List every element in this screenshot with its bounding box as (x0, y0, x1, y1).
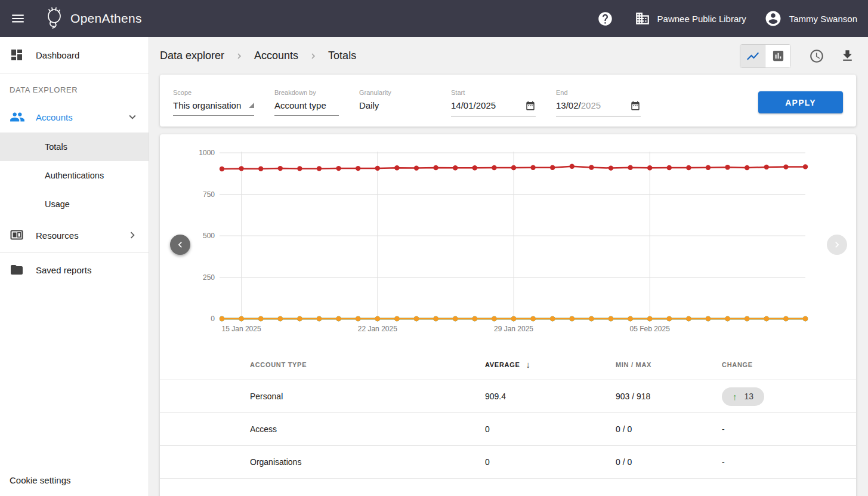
organisation-name: Pawnee Public Library (657, 14, 746, 24)
hamburger-icon (10, 11, 26, 26)
organisation-switcher[interactable]: Pawnee Public Library (635, 11, 746, 26)
sort-descending-icon: ↓ (526, 359, 530, 369)
end-date-hint: 2025 (581, 100, 601, 110)
sidebar-item-totals[interactable]: Totals (0, 133, 149, 161)
end-date-label: End (556, 89, 641, 96)
sidebar-item-label: Authentications (45, 171, 104, 180)
table-row: Personal 909.4 903 / 918 ↑13 (160, 380, 856, 413)
cookie-settings-button[interactable]: Cookie settings (10, 475, 71, 485)
svg-text:500: 500 (203, 232, 215, 240)
svg-text:22 Jan 2025: 22 Jan 2025 (358, 325, 397, 333)
folder-icon (10, 263, 26, 277)
next-period-button[interactable] (827, 235, 847, 255)
download-icon (840, 48, 855, 63)
sidebar-item-authentications[interactable]: Authentications (0, 161, 149, 190)
dashboard-icon (10, 48, 26, 62)
header-min-max[interactable]: MIN / MAX (616, 361, 722, 368)
sidebar-item-label: Accounts (36, 112, 73, 122)
calendar-icon[interactable] (630, 100, 641, 111)
sidebar-item-label: Saved reports (36, 265, 91, 275)
top-bar: OpenAthens Pawnee Public Library Tammy S… (0, 0, 868, 37)
header-average[interactable]: AVERAGE ↓ (485, 359, 616, 369)
granularity-value: Daily (359, 100, 379, 110)
main-content: Data explorer Accounts Totals (149, 37, 868, 496)
min-max-cell: 0 / 0 (616, 457, 722, 467)
breadcrumb-data-explorer[interactable]: Data explorer (160, 50, 224, 62)
scope-label: Scope (173, 89, 254, 96)
change-cell: - (722, 424, 856, 434)
menu-icon[interactable] (0, 11, 36, 26)
apply-button[interactable]: APPLY (758, 91, 843, 113)
dropdown-arrow-icon (249, 103, 254, 108)
start-date-field[interactable]: Start 14/01/2025 (451, 89, 536, 116)
view-actions (740, 44, 856, 68)
table-row: Access 0 0 / 0 - (160, 413, 856, 446)
svg-text:15 Jan 2025: 15 Jan 2025 (222, 325, 261, 333)
history-button[interactable] (809, 48, 824, 64)
average-cell: 909.4 (485, 392, 616, 401)
openathens-app: OpenAthens Pawnee Public Library Tammy S… (0, 0, 868, 496)
chevron-down-icon (126, 110, 139, 124)
breadcrumb-accounts[interactable]: Accounts (254, 50, 298, 62)
totals-line-chart: 15 Jan 202522 Jan 202529 Jan 202505 Feb … (160, 144, 856, 336)
user-name: Tammy Swanson (789, 14, 857, 24)
end-date-value: 13/02/2025 (556, 100, 601, 110)
granularity-select[interactable]: Granularity Daily (359, 89, 431, 116)
previous-period-button[interactable] (170, 235, 190, 255)
change-value: 13 (745, 392, 754, 401)
sidebar-item-dashboard[interactable]: Dashboard (0, 37, 149, 73)
sidebar-item-label: Usage (45, 199, 70, 209)
bar-chart-icon (771, 49, 785, 63)
scope-select[interactable]: Scope This organisation (173, 89, 254, 116)
svg-text:1000: 1000 (199, 149, 215, 157)
header-account-type[interactable]: ACCOUNT TYPE (250, 361, 485, 368)
user-menu[interactable]: Tammy Swanson (764, 10, 857, 27)
scope-value: This organisation (173, 100, 241, 110)
sidebar: Dashboard DATA EXPLORER Accounts Totals … (0, 37, 149, 496)
breadcrumb-bar: Data explorer Accounts Totals (160, 37, 856, 75)
svg-text:250: 250 (203, 273, 215, 282)
calendar-icon[interactable] (525, 100, 536, 111)
min-max-cell: 0 / 0 (616, 424, 722, 434)
sidebar-item-usage[interactable]: Usage (0, 190, 149, 218)
filter-bar: Scope This organisation Breakdown by Acc… (160, 75, 856, 127)
line-chart-icon (746, 49, 760, 63)
table-row (160, 479, 856, 496)
header-change[interactable]: CHANGE (722, 361, 856, 368)
breakdown-label: Breakdown by (274, 89, 339, 96)
help-icon (597, 11, 613, 27)
change-cell: - (722, 457, 856, 467)
granularity-label: Granularity (359, 89, 431, 96)
sidebar-item-saved-reports[interactable]: Saved reports (0, 252, 149, 287)
start-date-value: 14/01/2025 (451, 100, 496, 110)
sidebar-item-accounts[interactable]: Accounts (0, 101, 149, 133)
totals-card: 15 Jan 202522 Jan 202529 Jan 202505 Feb … (160, 134, 856, 496)
breadcrumb-separator-icon (234, 51, 245, 61)
openathens-logo-icon (43, 7, 66, 30)
chevron-left-icon (174, 239, 186, 251)
sidebar-item-resources[interactable]: Resources (0, 218, 149, 252)
download-button[interactable] (840, 48, 855, 63)
svg-text:0: 0 (211, 315, 215, 323)
start-date-label: Start (451, 89, 536, 96)
help-button[interactable] (597, 11, 613, 27)
bar-chart-toggle[interactable] (765, 45, 790, 67)
table-row: Organisations 0 0 / 0 - (160, 446, 856, 479)
sidebar-section-label: DATA EXPLORER (0, 73, 149, 101)
average-cell: 0 (485, 424, 616, 434)
building-icon (635, 11, 650, 26)
line-chart-toggle[interactable] (740, 45, 765, 67)
chart-type-toggle (740, 44, 791, 68)
account-type-table: ACCOUNT TYPE AVERAGE ↓ MIN / MAX CHANGE … (160, 349, 856, 496)
clock-icon (809, 48, 824, 64)
svg-text:05 Feb 2025: 05 Feb 2025 (630, 325, 671, 333)
resources-icon (10, 228, 26, 242)
end-date-field[interactable]: End 13/02/2025 (556, 89, 641, 116)
svg-text:29 Jan 2025: 29 Jan 2025 (494, 325, 533, 333)
breadcrumb-separator-icon (308, 51, 319, 61)
breakdown-select[interactable]: Breakdown by Account type (274, 89, 339, 116)
chevron-right-icon (126, 229, 139, 242)
sidebar-item-label: Resources (36, 230, 79, 241)
min-max-cell: 903 / 918 (616, 392, 722, 401)
breadcrumb-totals: Totals (328, 50, 356, 62)
